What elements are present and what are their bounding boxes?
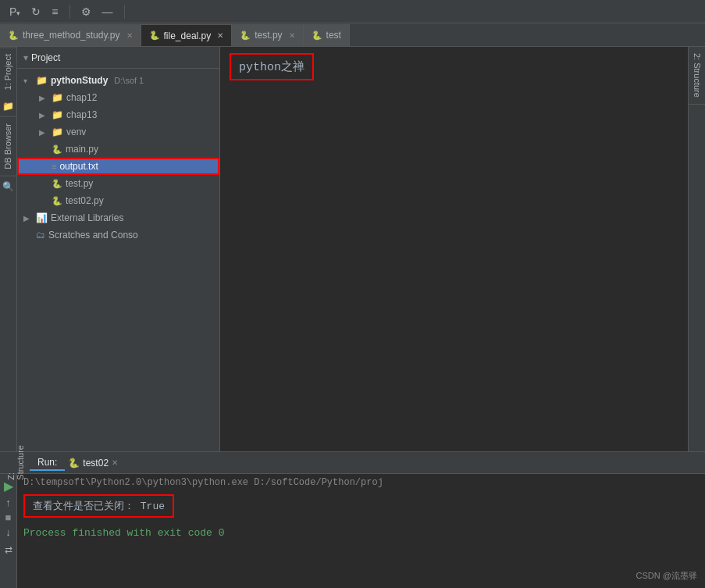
root-folder-name: pythonStudy bbox=[51, 75, 108, 86]
ext-libs-icon: 📊 bbox=[36, 212, 48, 223]
chap13-label: chap13 bbox=[66, 109, 97, 120]
run-tab-name-area: 🐍 test02 ✕ bbox=[68, 458, 118, 469]
expand-ext: ▶ bbox=[23, 214, 33, 223]
main-layout: 1: Project 📁 DB Browser 🔍 ▾ Project ▾ 📁 … bbox=[0, 47, 705, 451]
tree-chap13[interactable]: ▶ 📁 chap13 bbox=[17, 106, 219, 123]
editor-content[interactable]: python之禅 bbox=[220, 47, 688, 451]
chap12-label: chap12 bbox=[66, 92, 97, 103]
bottom-tab-bar: Z: Structure Run: 🐍 test02 ✕ bbox=[0, 452, 705, 474]
run-redirect-button[interactable]: ⇄ bbox=[5, 544, 12, 555]
tab-three-method[interactable]: 🐍 three_method_study.py ✕ bbox=[0, 24, 141, 46]
run-stop-button[interactable]: ■ bbox=[5, 511, 12, 523]
tab-test[interactable]: 🐍 test.py ✕ bbox=[232, 24, 303, 46]
tree-output-txt[interactable]: ▶ ≡ output.txt bbox=[17, 158, 219, 175]
run-up-button[interactable]: ↑ bbox=[5, 497, 11, 508]
ext-libs-label: External Libraries bbox=[51, 212, 123, 223]
run-content-area: D:\tempsoft\Python2.0\python3\python.exe… bbox=[17, 474, 705, 588]
toolbar-separator bbox=[69, 5, 70, 19]
db-browser-label[interactable]: DB Browser bbox=[0, 116, 16, 176]
editor-area: python之禅 bbox=[220, 47, 688, 451]
structure-label[interactable]: 2: Structure bbox=[689, 47, 705, 105]
tab-file-deal[interactable]: 🐍 file_deal.py ✕ bbox=[141, 24, 233, 46]
search-side-icon[interactable]: 🔍 bbox=[2, 180, 16, 194]
spacer-test: ▶ bbox=[39, 180, 48, 188]
run-result-box: 查看文件是否已关闭： True bbox=[23, 494, 174, 518]
toolbar-separator2 bbox=[124, 5, 125, 19]
editor-text: python之禅 bbox=[239, 61, 304, 74]
py-icon2: 🐍 bbox=[149, 30, 160, 41]
spacer-test02: ▶ bbox=[39, 197, 48, 205]
py-icon4: 🐍 bbox=[312, 30, 322, 41]
test-py-icon: 🐍 bbox=[52, 179, 62, 189]
spacer-main: ▶ bbox=[39, 145, 48, 154]
folder-tree-icon[interactable]: 📁 bbox=[2, 99, 16, 113]
run-py-icon: 🐍 bbox=[68, 458, 80, 469]
spacer-output: ▶ bbox=[39, 162, 48, 171]
editor-text-box: python之禅 bbox=[230, 53, 314, 80]
run-down-button[interactable]: ↓ bbox=[5, 526, 11, 538]
expand-arrow-root: ▾ bbox=[23, 77, 33, 85]
scratches-icon: 🗂 bbox=[36, 230, 45, 241]
run-play-button[interactable]: ▶ bbox=[4, 479, 13, 494]
run-tab-name: test02 bbox=[83, 458, 109, 469]
spacer-scratch: ▶ bbox=[23, 231, 33, 240]
expand-arrow-chap13: ▶ bbox=[39, 111, 48, 119]
root-folder-icon: 📁 bbox=[36, 75, 48, 86]
test02-py-icon: 🐍 bbox=[52, 196, 62, 206]
right-side-bar: 2: Structure bbox=[688, 47, 705, 451]
left-side-bar: 1: Project 📁 DB Browser 🔍 bbox=[0, 47, 17, 451]
run-output: ▶ ↑ ■ ↓ ⇄ D:\tempsoft\Python2.0\python3\… bbox=[0, 474, 705, 588]
expand-arrow-venv: ▶ bbox=[39, 128, 48, 137]
chap12-icon: 📁 bbox=[52, 92, 63, 103]
run-result-text: 查看文件是否已关闭： True bbox=[33, 501, 165, 512]
output-txt-label: output.txt bbox=[59, 161, 98, 172]
z-structure-label[interactable]: Z: Structure bbox=[6, 445, 23, 480]
settings-icon[interactable]: ⚙ bbox=[78, 4, 94, 20]
main-py-icon: 🐍 bbox=[52, 144, 62, 155]
project-side-label[interactable]: 1: Project bbox=[0, 47, 16, 96]
output-txt-icon: ≡ bbox=[52, 162, 56, 171]
scratches-label: Scratches and Conso bbox=[48, 230, 138, 241]
tab-close2[interactable]: ✕ bbox=[217, 31, 223, 40]
root-folder-path: D:\sof 1 bbox=[114, 76, 144, 85]
run-tab-close[interactable]: ✕ bbox=[112, 458, 118, 467]
project-panel: ▾ Project ▾ 📁 pythonStudy D:\sof 1 ▶ 📁 c… bbox=[17, 47, 220, 451]
run-exit-line: Process finished with exit code 0 bbox=[23, 527, 699, 539]
test-py-label: test.py bbox=[66, 178, 93, 189]
project-header: ▾ Project bbox=[17, 47, 219, 69]
tab-bar: 🐍 three_method_study.py ✕ 🐍 file_deal.py… bbox=[0, 23, 705, 47]
tree-test-py[interactable]: ▶ 🐍 test.py bbox=[17, 175, 219, 192]
editor-right-area: python之禅 bbox=[220, 47, 688, 451]
bottom-panel: Z: Structure Run: 🐍 test02 ✕ ▶ ↑ ■ ↓ ⇄ D… bbox=[0, 451, 705, 588]
run-tab-label[interactable]: Run: bbox=[30, 455, 65, 471]
tab-close[interactable]: ✕ bbox=[126, 31, 133, 40]
tree-external-libs[interactable]: ▶ 📊 External Libraries bbox=[17, 209, 219, 226]
file-tree: ▾ 📁 pythonStudy D:\sof 1 ▶ 📁 chap12 ▶ 📁 … bbox=[17, 69, 219, 451]
py-icon: 🐍 bbox=[8, 30, 19, 41]
tree-test02-py[interactable]: ▶ 🐍 test02.py bbox=[17, 192, 219, 209]
run-sidebar: ▶ ↑ ■ ↓ ⇄ bbox=[0, 474, 17, 588]
watermark: CSDN @流墨驿 bbox=[636, 570, 697, 582]
tab-test4[interactable]: 🐍 test bbox=[304, 24, 350, 46]
main-py-label: main.py bbox=[66, 144, 98, 155]
refresh-icon[interactable]: ↻ bbox=[28, 4, 44, 20]
venv-icon: 📁 bbox=[52, 127, 63, 137]
project-arrow: ▾ bbox=[23, 52, 28, 63]
run-path-line: D:\tempsoft\Python2.0\python3\python.exe… bbox=[23, 477, 699, 488]
tree-main-py[interactable]: ▶ 🐍 main.py bbox=[17, 141, 219, 158]
tree-scratches[interactable]: ▶ 🗂 Scratches and Conso bbox=[17, 226, 219, 244]
minimize-icon[interactable]: — bbox=[99, 4, 116, 20]
tree-venv[interactable]: ▶ 📁 venv bbox=[17, 123, 219, 141]
venv-label: venv bbox=[66, 127, 86, 137]
project-title: Project bbox=[31, 52, 60, 63]
test02-py-label: test02.py bbox=[66, 195, 104, 206]
tree-root-folder[interactable]: ▾ 📁 pythonStudy D:\sof 1 bbox=[17, 72, 219, 89]
menu-icon[interactable]: ≡ bbox=[48, 4, 61, 20]
tree-chap12[interactable]: ▶ 📁 chap12 bbox=[17, 89, 219, 106]
chap13-icon: 📁 bbox=[52, 109, 63, 120]
expand-arrow-chap12: ▶ bbox=[39, 94, 48, 102]
tab-close3[interactable]: ✕ bbox=[289, 31, 295, 40]
project-icon[interactable]: P▾ bbox=[6, 4, 23, 20]
toolbar: P▾ ↻ ≡ ⚙ — bbox=[0, 0, 705, 23]
py-icon3: 🐍 bbox=[240, 30, 251, 41]
